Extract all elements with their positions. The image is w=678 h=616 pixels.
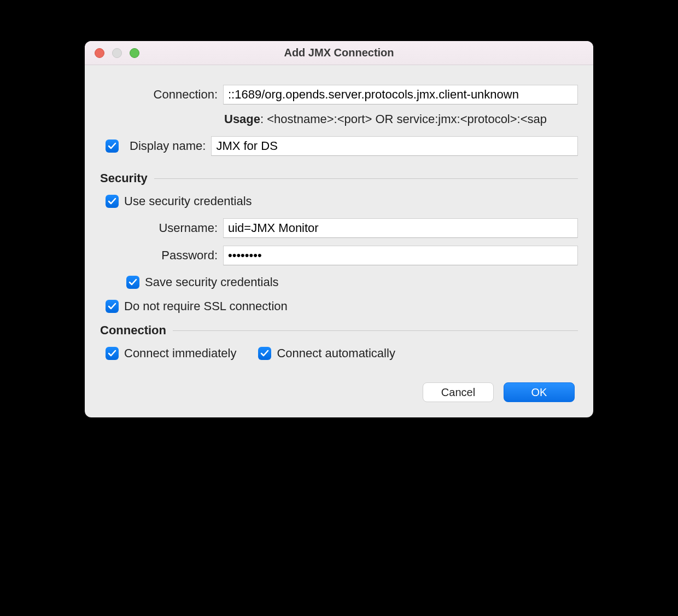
checkmark-icon [106, 347, 119, 360]
checkmark-icon [106, 195, 119, 208]
connect-automatically-checkbox[interactable]: Connect automatically [258, 346, 395, 361]
username-input[interactable] [223, 218, 578, 238]
checkmark-icon [106, 140, 119, 153]
window-title: Add JMX Connection [85, 47, 593, 59]
usage-text: : <hostname>:<port> OR service:jmx:<prot… [260, 112, 547, 126]
checkmark-icon [258, 347, 271, 360]
divider [173, 330, 578, 331]
window-controls [85, 48, 139, 58]
ok-button[interactable]: OK [504, 382, 575, 402]
zoom-icon[interactable] [130, 48, 139, 58]
connect-automatically-label: Connect automatically [277, 346, 395, 361]
minimize-icon [112, 48, 122, 58]
save-credentials-checkbox[interactable]: Save security credentials [126, 275, 279, 289]
button-bar: Cancel OK [100, 382, 578, 405]
checkmark-icon [106, 300, 119, 313]
password-label: Password: [100, 248, 223, 263]
usage-hint: Usage: <hostname>:<port> OR service:jmx:… [223, 109, 578, 136]
connect-immediately-checkbox[interactable]: Connect immediately [106, 346, 236, 361]
connection-heading: Connection [100, 323, 578, 338]
security-heading: Security [100, 171, 578, 185]
no-ssl-label: Do not require SSL connection [124, 299, 288, 313]
close-icon[interactable] [95, 48, 104, 58]
dialog-content: Connection: Usage: <hostname>:<port> OR … [85, 65, 593, 417]
connection-label: Connection: [100, 88, 223, 102]
use-credentials-label: Use security credentials [124, 194, 252, 208]
password-input[interactable] [223, 246, 578, 265]
save-credentials-label: Save security credentials [145, 275, 279, 289]
usage-prefix: Usage [224, 112, 260, 126]
use-credentials-checkbox[interactable]: Use security credentials [106, 194, 252, 208]
display-name-checkbox[interactable]: Display name: [106, 139, 211, 153]
divider [154, 178, 578, 179]
display-name-input[interactable] [211, 136, 578, 156]
username-label: Username: [100, 221, 223, 235]
display-name-label: Display name: [130, 139, 206, 153]
no-ssl-checkbox[interactable]: Do not require SSL connection [106, 299, 288, 313]
dialog-window: Add JMX Connection Connection: Usage: <h… [85, 41, 593, 417]
connect-immediately-label: Connect immediately [124, 346, 236, 361]
checkmark-icon [126, 276, 139, 289]
cancel-button[interactable]: Cancel [423, 382, 494, 402]
titlebar: Add JMX Connection [85, 41, 593, 65]
connection-input[interactable] [223, 85, 578, 104]
